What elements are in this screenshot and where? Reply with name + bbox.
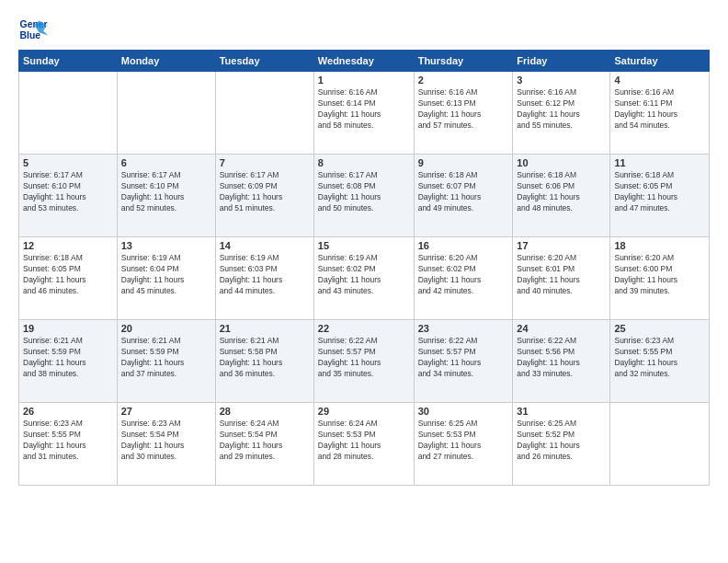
day-info: Sunrise: 6:20 AM Sunset: 6:01 PM Dayligh… <box>517 253 606 297</box>
col-header-saturday: Saturday <box>610 51 710 72</box>
calendar-header-row: SundayMondayTuesdayWednesdayThursdayFrid… <box>19 51 710 72</box>
day-info: Sunrise: 6:17 AM Sunset: 6:10 PM Dayligh… <box>121 170 211 214</box>
day-info: Sunrise: 6:21 AM Sunset: 5:58 PM Dayligh… <box>220 336 310 380</box>
calendar-cell: 2Sunrise: 6:16 AM Sunset: 6:13 PM Daylig… <box>414 72 513 155</box>
day-number: 18 <box>614 240 705 251</box>
day-info: Sunrise: 6:17 AM Sunset: 6:10 PM Dayligh… <box>23 170 113 214</box>
day-info: Sunrise: 6:23 AM Sunset: 5:55 PM Dayligh… <box>23 419 113 463</box>
day-info: Sunrise: 6:23 AM Sunset: 5:55 PM Dayligh… <box>614 336 705 380</box>
day-number: 3 <box>517 75 606 86</box>
calendar-week-row: 19Sunrise: 6:21 AM Sunset: 5:59 PM Dayli… <box>19 320 710 403</box>
day-info: Sunrise: 6:22 AM Sunset: 5:56 PM Dayligh… <box>517 336 606 380</box>
day-info: Sunrise: 6:18 AM Sunset: 6:07 PM Dayligh… <box>418 170 509 214</box>
day-number: 25 <box>614 323 705 334</box>
day-number: 15 <box>318 240 410 251</box>
calendar-cell: 15Sunrise: 6:19 AM Sunset: 6:02 PM Dayli… <box>313 237 414 320</box>
day-info: Sunrise: 6:24 AM Sunset: 5:54 PM Dayligh… <box>220 419 310 463</box>
calendar-cell: 13Sunrise: 6:19 AM Sunset: 6:04 PM Dayli… <box>117 237 215 320</box>
day-number: 7 <box>220 157 310 168</box>
calendar-cell <box>610 403 710 486</box>
calendar-cell: 19Sunrise: 6:21 AM Sunset: 5:59 PM Dayli… <box>19 320 118 403</box>
day-number: 14 <box>220 240 310 251</box>
day-number: 31 <box>517 406 606 417</box>
page: General Blue SundayMondayTuesdayWednesda… <box>0 0 728 563</box>
col-header-tuesday: Tuesday <box>215 51 313 72</box>
calendar-cell: 4Sunrise: 6:16 AM Sunset: 6:11 PM Daylig… <box>610 72 710 155</box>
calendar-cell <box>19 72 118 155</box>
day-info: Sunrise: 6:18 AM Sunset: 6:06 PM Dayligh… <box>517 170 606 214</box>
day-info: Sunrise: 6:22 AM Sunset: 5:57 PM Dayligh… <box>418 336 509 380</box>
calendar-cell: 20Sunrise: 6:21 AM Sunset: 5:59 PM Dayli… <box>117 320 215 403</box>
day-info: Sunrise: 6:19 AM Sunset: 6:03 PM Dayligh… <box>220 253 310 297</box>
calendar-cell: 31Sunrise: 6:25 AM Sunset: 5:52 PM Dayli… <box>513 403 610 486</box>
calendar-cell <box>117 72 215 155</box>
day-info: Sunrise: 6:24 AM Sunset: 5:53 PM Dayligh… <box>318 419 410 463</box>
day-number: 13 <box>121 240 211 251</box>
calendar-cell: 26Sunrise: 6:23 AM Sunset: 5:55 PM Dayli… <box>19 403 118 486</box>
col-header-thursday: Thursday <box>414 51 513 72</box>
day-number: 5 <box>23 157 113 168</box>
calendar-table: SundayMondayTuesdayWednesdayThursdayFrid… <box>18 50 710 486</box>
day-number: 30 <box>418 406 509 417</box>
day-info: Sunrise: 6:23 AM Sunset: 5:54 PM Dayligh… <box>121 419 211 463</box>
day-info: Sunrise: 6:16 AM Sunset: 6:13 PM Dayligh… <box>418 87 509 132</box>
day-info: Sunrise: 6:20 AM Sunset: 6:02 PM Dayligh… <box>418 253 509 297</box>
calendar-cell: 22Sunrise: 6:22 AM Sunset: 5:57 PM Dayli… <box>313 320 414 403</box>
logo: General Blue <box>18 15 51 44</box>
calendar-week-row: 5Sunrise: 6:17 AM Sunset: 6:10 PM Daylig… <box>19 155 710 237</box>
day-number: 21 <box>220 323 310 334</box>
header: General Blue <box>18 15 710 44</box>
calendar-cell: 24Sunrise: 6:22 AM Sunset: 5:56 PM Dayli… <box>513 320 610 403</box>
calendar-cell: 11Sunrise: 6:18 AM Sunset: 6:05 PM Dayli… <box>610 155 710 237</box>
day-number: 29 <box>318 406 410 417</box>
day-number: 4 <box>614 75 705 86</box>
calendar-cell: 12Sunrise: 6:18 AM Sunset: 6:05 PM Dayli… <box>19 237 118 320</box>
calendar-cell: 5Sunrise: 6:17 AM Sunset: 6:10 PM Daylig… <box>19 155 118 237</box>
day-number: 24 <box>517 323 606 334</box>
day-info: Sunrise: 6:18 AM Sunset: 6:05 PM Dayligh… <box>23 253 113 297</box>
day-number: 9 <box>418 157 509 168</box>
calendar-cell: 8Sunrise: 6:17 AM Sunset: 6:08 PM Daylig… <box>313 155 414 237</box>
day-number: 1 <box>318 75 410 86</box>
col-header-monday: Monday <box>117 51 215 72</box>
day-number: 16 <box>418 240 509 251</box>
svg-text:Blue: Blue <box>20 30 41 40</box>
col-header-friday: Friday <box>513 51 610 72</box>
day-number: 12 <box>23 240 113 251</box>
day-info: Sunrise: 6:16 AM Sunset: 6:12 PM Dayligh… <box>517 87 606 132</box>
calendar-cell: 3Sunrise: 6:16 AM Sunset: 6:12 PM Daylig… <box>513 72 610 155</box>
calendar-cell: 25Sunrise: 6:23 AM Sunset: 5:55 PM Dayli… <box>610 320 710 403</box>
day-number: 19 <box>23 323 113 334</box>
day-number: 8 <box>318 157 410 168</box>
col-header-wednesday: Wednesday <box>313 51 414 72</box>
calendar-cell: 16Sunrise: 6:20 AM Sunset: 6:02 PM Dayli… <box>414 237 513 320</box>
calendar-week-row: 1Sunrise: 6:16 AM Sunset: 6:14 PM Daylig… <box>19 72 710 155</box>
day-number: 20 <box>121 323 211 334</box>
calendar-cell: 10Sunrise: 6:18 AM Sunset: 6:06 PM Dayli… <box>513 155 610 237</box>
calendar-cell: 23Sunrise: 6:22 AM Sunset: 5:57 PM Dayli… <box>414 320 513 403</box>
day-number: 27 <box>121 406 211 417</box>
day-info: Sunrise: 6:17 AM Sunset: 6:09 PM Dayligh… <box>220 170 310 214</box>
day-info: Sunrise: 6:21 AM Sunset: 5:59 PM Dayligh… <box>121 336 211 380</box>
day-info: Sunrise: 6:25 AM Sunset: 5:52 PM Dayligh… <box>517 419 606 463</box>
calendar-cell: 27Sunrise: 6:23 AM Sunset: 5:54 PM Dayli… <box>117 403 215 486</box>
calendar-cell: 21Sunrise: 6:21 AM Sunset: 5:58 PM Dayli… <box>215 320 313 403</box>
calendar-week-row: 12Sunrise: 6:18 AM Sunset: 6:05 PM Dayli… <box>19 237 710 320</box>
day-info: Sunrise: 6:21 AM Sunset: 5:59 PM Dayligh… <box>23 336 113 380</box>
day-number: 28 <box>220 406 310 417</box>
day-number: 11 <box>614 157 705 168</box>
calendar-cell: 6Sunrise: 6:17 AM Sunset: 6:10 PM Daylig… <box>117 155 215 237</box>
day-info: Sunrise: 6:22 AM Sunset: 5:57 PM Dayligh… <box>318 336 410 380</box>
calendar-cell: 9Sunrise: 6:18 AM Sunset: 6:07 PM Daylig… <box>414 155 513 237</box>
day-info: Sunrise: 6:18 AM Sunset: 6:05 PM Dayligh… <box>614 170 705 214</box>
calendar-cell: 14Sunrise: 6:19 AM Sunset: 6:03 PM Dayli… <box>215 237 313 320</box>
calendar-cell: 18Sunrise: 6:20 AM Sunset: 6:00 PM Dayli… <box>610 237 710 320</box>
day-number: 2 <box>418 75 509 86</box>
calendar-cell: 30Sunrise: 6:25 AM Sunset: 5:53 PM Dayli… <box>414 403 513 486</box>
calendar-cell: 7Sunrise: 6:17 AM Sunset: 6:09 PM Daylig… <box>215 155 313 237</box>
day-number: 10 <box>517 157 606 168</box>
day-info: Sunrise: 6:17 AM Sunset: 6:08 PM Dayligh… <box>318 170 410 214</box>
calendar-week-row: 26Sunrise: 6:23 AM Sunset: 5:55 PM Dayli… <box>19 403 710 486</box>
calendar-cell: 28Sunrise: 6:24 AM Sunset: 5:54 PM Dayli… <box>215 403 313 486</box>
calendar-cell: 29Sunrise: 6:24 AM Sunset: 5:53 PM Dayli… <box>313 403 414 486</box>
